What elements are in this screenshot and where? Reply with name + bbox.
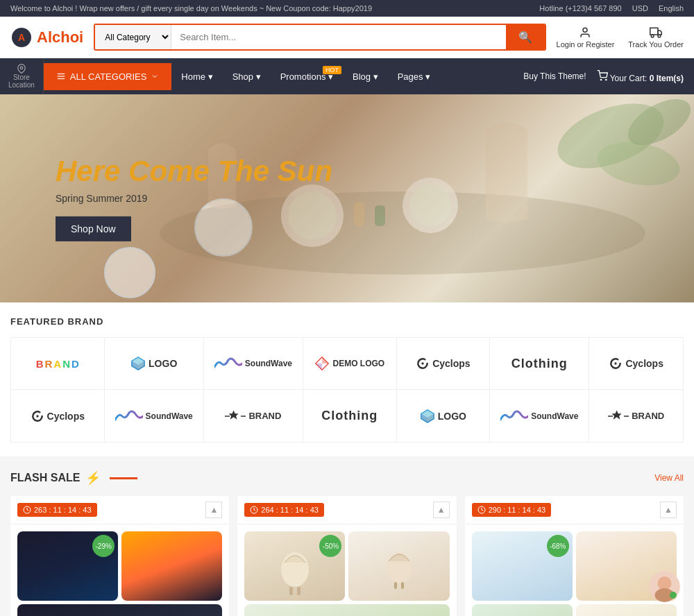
product-img-tablet[interactable] <box>17 604 222 616</box>
buy-theme-link[interactable]: Buy This Theme! <box>523 71 586 81</box>
brand-item-cyclops-1[interactable]: Cyclops <box>397 338 491 390</box>
flash-product-1-nav-up[interactable]: ▲ <box>205 502 222 518</box>
nav-item-shop[interactable]: Shop ▾ <box>223 63 271 90</box>
nav-menu: Home ▾ Shop ▾ Promotions ▾ HOT Blog ▾ Pa… <box>171 63 523 90</box>
brand-item-cyclops-3[interactable]: Cyclops <box>11 390 105 442</box>
product-img-phone-2[interactable] <box>121 531 222 601</box>
brand-item-soundwave[interactable]: SoundWave <box>204 338 303 390</box>
logo-text: Alchoi <box>37 28 83 46</box>
svg-point-11 <box>605 79 606 80</box>
header-actions: Login or Register Track You Order <box>557 26 684 49</box>
brand-item-star-brand-2[interactable]: BRAND <box>589 390 683 442</box>
nav-link-pages[interactable]: Pages ▾ <box>388 63 440 90</box>
chair-svg <box>274 542 316 597</box>
chat-bubble[interactable] <box>649 571 680 602</box>
product-img-phone-1[interactable]: -29% <box>17 531 118 601</box>
brand-logo-star: BRAND <box>225 409 281 423</box>
flash-product-3-header: 290 : 11 : 14 : 43 ▲ <box>465 496 684 524</box>
store-location[interactable]: Store Location <box>0 58 44 94</box>
nav-item-blog[interactable]: Blog ▾ <box>343 63 388 90</box>
view-all-link[interactable]: View All <box>654 473 684 483</box>
track-label: Track You Order <box>628 40 684 49</box>
brand-logo-clothing-2: Clothing <box>321 409 378 423</box>
discount-badge-1: -29% <box>92 535 115 557</box>
svg-point-10 <box>600 79 601 80</box>
product-img-chair-1[interactable]: -50% <box>244 531 345 601</box>
currency-selector[interactable]: USD <box>632 4 648 12</box>
svg-marker-39 <box>612 410 622 419</box>
brand-item-clothing-2[interactable]: Clothing <box>303 390 397 442</box>
chair-svg-2 <box>382 542 416 590</box>
brand-logo-soundwave: SoundWave <box>214 357 292 370</box>
main-nav: Store Location ALL CATEGORIES Home ▾ Sho… <box>0 58 694 94</box>
nav-link-blog[interactable]: Blog ▾ <box>343 63 388 90</box>
all-categories-button[interactable]: ALL CATEGORIES <box>44 63 172 90</box>
diamond-icon <box>314 356 330 371</box>
brand-item-cyclops-2[interactable]: Cyclops <box>589 338 683 390</box>
timer-2: 264 : 11 : 14 : 43 <box>261 506 319 514</box>
brand-item-logo-cube-2[interactable]: LOGO <box>397 390 491 442</box>
brand-item-soundwave-2[interactable]: SoundWave <box>105 390 204 442</box>
star-icon-2 <box>608 409 629 423</box>
soundwave-icon <box>214 357 242 370</box>
svg-point-2 <box>583 28 587 32</box>
svg-point-6 <box>20 67 23 69</box>
login-action[interactable]: Login or Register <box>557 26 615 49</box>
logo[interactable]: A Alchoi <box>10 26 83 49</box>
product-img-chair-2[interactable] <box>348 531 449 601</box>
discount-badge-2: -50% <box>319 535 341 557</box>
nav-item-pages[interactable]: Pages ▾ <box>388 63 440 90</box>
product-img-beauty-4[interactable] <box>576 604 677 616</box>
flash-product-3-nav-up[interactable]: ▲ <box>660 502 677 518</box>
cube-icon <box>130 356 146 371</box>
brand-item-colorful-brand[interactable]: BRAND <box>11 338 105 390</box>
star-icon <box>225 409 246 423</box>
brand-item-demo-logo[interactable]: DEMO LOGO <box>303 338 397 390</box>
timer-badge-2: 264 : 11 : 14 : 43 <box>244 503 324 517</box>
shop-now-button[interactable]: Shop Now <box>56 216 131 241</box>
nav-item-home[interactable]: Home ▾ <box>171 63 222 90</box>
search-button[interactable]: 🔍 <box>506 25 545 49</box>
product-img-beauty-1[interactable]: -68% <box>472 531 573 601</box>
featured-brands-title: FEATURED BRAND <box>10 316 684 327</box>
nav-item-promotions[interactable]: Promotions ▾ HOT <box>271 63 343 90</box>
brand-logo-demo: DEMO LOGO <box>314 356 384 371</box>
svg-point-31 <box>36 415 38 417</box>
timer-badge-1: 263 : 11 : 14 : 43 <box>17 503 97 517</box>
flash-product-3-images: -68% <box>465 524 684 616</box>
svg-point-30 <box>615 362 617 364</box>
cube-icon-2 <box>420 409 435 424</box>
brand-item-soundwave-3[interactable]: SoundWave <box>490 390 589 442</box>
hotline: Hotline (+123)4 567 890 <box>539 4 621 12</box>
login-label: Login or Register <box>557 40 615 49</box>
brand-item-logo-cube[interactable]: LOGO <box>105 338 204 390</box>
search-category-select[interactable]: All Category <box>95 25 171 49</box>
all-categories-label: ALL CATEGORIES <box>70 71 147 82</box>
cyclops-c-icon-3 <box>31 409 44 423</box>
flash-sale-title: FLASH SALE ⚡ <box>10 470 137 486</box>
brand-logo-cyclops-2: Cyclops <box>609 357 663 370</box>
product-img-plant[interactable] <box>244 604 449 616</box>
top-bar-message: Welcome to Alchoi ! Wrap new offers / gi… <box>10 4 372 12</box>
language-selector[interactable]: English <box>659 4 684 12</box>
nav-link-home[interactable]: Home ▾ <box>171 63 222 90</box>
nav-link-shop[interactable]: Shop ▾ <box>223 63 271 90</box>
cart-label: Your Cart: 0 Item(s) <box>610 74 684 83</box>
brand-item-clothing-1[interactable]: Clothing <box>490 338 589 390</box>
flash-sale-label: FLASH SALE <box>10 472 80 484</box>
svg-rect-17 <box>354 202 364 226</box>
flash-product-2-images: -50% <box>237 524 456 616</box>
timer-badge-3: 290 : 11 : 14 : 43 <box>472 503 552 517</box>
nav-right: Buy This Theme! Your Cart: 0 Item(s) <box>523 70 694 83</box>
search-input[interactable] <box>171 25 505 49</box>
soundwave-icon-3 <box>500 409 528 423</box>
hero-banner: Here Come The Sun Spring Summer 2019 Sho… <box>0 94 694 302</box>
cart-link[interactable]: Your Cart: 0 Item(s) <box>597 70 684 83</box>
brand-item-star-brand[interactable]: BRAND <box>204 390 303 442</box>
track-order-action[interactable]: Track You Order <box>628 26 684 49</box>
flash-product-2-nav-up[interactable]: ▲ <box>433 502 450 518</box>
soundwave-icon-2 <box>115 409 143 423</box>
flash-product-1-header: 263 : 11 : 14 : 43 ▲ <box>10 496 229 524</box>
product-img-beauty-3[interactable] <box>472 604 573 616</box>
svg-text:A: A <box>18 32 25 43</box>
